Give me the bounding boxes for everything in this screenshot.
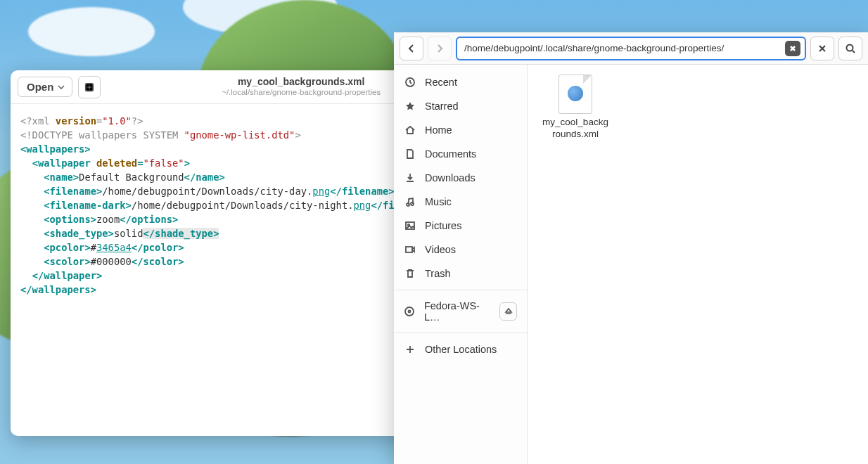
sidebar-item-label: Other Locations	[425, 344, 497, 355]
sidebar-item-documents[interactable]: Documents	[394, 142, 527, 166]
file-label: my_cool_backgrounds.xml	[542, 117, 609, 141]
clock-icon	[404, 76, 416, 89]
sidebar-item-other-locations[interactable]: Other Locations	[394, 337, 527, 361]
path-input[interactable]	[464, 43, 781, 53]
document-icon	[404, 148, 416, 160]
svg-point-9	[409, 311, 411, 313]
file-icon-view[interactable]: my_cool_backgrounds.xml	[528, 65, 868, 464]
sidebar-item-label: Pictures	[425, 220, 461, 231]
svg-point-4	[411, 202, 414, 205]
chevron-right-icon	[434, 43, 445, 54]
sidebar-item-pictures[interactable]: Pictures	[394, 214, 527, 238]
sidebar-item-label: Fedora-WS-L…	[424, 300, 492, 323]
files-sidebar: Recent Starred Home Documents Downloads …	[394, 65, 528, 464]
xml-file-icon	[559, 75, 592, 114]
forward-button	[428, 37, 452, 60]
sidebar-item-videos[interactable]: Videos	[394, 238, 527, 262]
open-button-label: Open	[27, 81, 53, 93]
sidebar-item-label: Home	[425, 124, 452, 136]
close-icon	[817, 43, 828, 54]
sidebar-item-label: Music	[425, 196, 452, 207]
location-bar[interactable]	[456, 37, 806, 60]
sidebar-item-label: Starred	[425, 101, 459, 112]
files-body: Recent Starred Home Documents Downloads …	[394, 65, 868, 464]
close-location-button[interactable]	[810, 37, 834, 60]
sidebar-item-downloads[interactable]: Downloads	[394, 166, 527, 190]
trash-icon	[404, 267, 416, 280]
file-manager-window: Recent Starred Home Documents Downloads …	[394, 32, 868, 464]
new-tab-button[interactable]	[78, 76, 101, 98]
sidebar-item-home[interactable]: Home	[394, 118, 527, 142]
sidebar-item-label: Trash	[425, 268, 451, 279]
svg-rect-7	[406, 247, 412, 252]
svg-point-8	[405, 307, 414, 316]
home-icon	[404, 124, 416, 136]
sidebar-item-label: Recent	[425, 77, 457, 88]
plus-icon	[404, 343, 416, 356]
open-button[interactable]: Open	[18, 77, 72, 97]
bg-cloud	[28, 7, 155, 56]
sidebar-item-recent[interactable]: Recent	[394, 70, 527, 94]
sidebar-separator	[394, 333, 527, 333]
eject-icon	[504, 307, 513, 316]
sidebar-separator	[394, 290, 527, 290]
svg-point-1	[847, 44, 853, 51]
disc-icon	[404, 305, 416, 318]
star-icon	[404, 100, 416, 112]
files-header-bar	[394, 32, 868, 65]
sidebar-item-label: Documents	[425, 148, 476, 160]
sidebar-item-label: Downloads	[425, 172, 476, 183]
sidebar-item-starred[interactable]: Starred	[394, 94, 527, 118]
search-button[interactable]	[838, 37, 862, 60]
sidebar-item-label: Videos	[425, 244, 456, 255]
file-item[interactable]: my_cool_backgrounds.xml	[542, 75, 609, 141]
back-button[interactable]	[400, 37, 423, 60]
new-tab-icon	[84, 82, 94, 92]
picture-icon	[404, 219, 416, 232]
search-icon	[845, 43, 856, 54]
music-icon	[404, 195, 416, 208]
video-icon	[404, 243, 416, 256]
chevron-down-icon	[58, 84, 65, 91]
backspace-icon	[789, 44, 797, 53]
sidebar-item-music[interactable]: Music	[394, 190, 527, 214]
globe-icon	[568, 86, 583, 101]
sidebar-item-trash[interactable]: Trash	[394, 262, 527, 285]
sidebar-item-mount[interactable]: Fedora-WS-L…	[394, 295, 527, 328]
svg-point-3	[407, 203, 409, 206]
download-icon	[404, 172, 416, 184]
chevron-left-icon	[406, 43, 417, 54]
clear-path-button[interactable]	[785, 41, 800, 56]
eject-button[interactable]	[499, 302, 517, 321]
